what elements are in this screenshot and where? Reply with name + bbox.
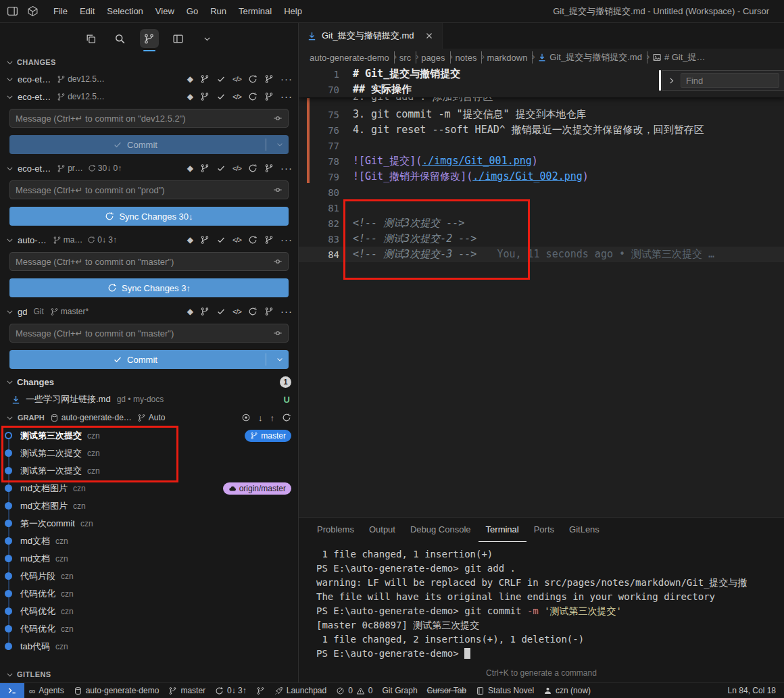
stash-icon[interactable]: ◆ — [187, 74, 193, 84]
commit-dropdown[interactable] — [271, 355, 289, 364]
commit-check-icon[interactable] — [216, 235, 226, 245]
menu-run[interactable]: Run — [204, 3, 232, 20]
refresh-icon[interactable] — [248, 92, 258, 101]
changed-file-row[interactable]: 一些学习网址链接.md gd • my-docs U — [0, 391, 298, 408]
status-launchpad[interactable]: Launchpad — [270, 683, 331, 698]
changes-section-header[interactable]: CHANGES — [0, 54, 298, 70]
menu-view[interactable]: View — [149, 3, 180, 20]
commit-row[interactable]: 测试第一次提交czn — [0, 462, 298, 480]
tab-ports[interactable]: Ports — [526, 518, 562, 542]
branch-label[interactable]: ma… — [53, 235, 83, 245]
breadcrumb-item[interactable]: src — [399, 53, 411, 63]
more-actions-icon[interactable]: ··· — [280, 164, 293, 173]
branch-label[interactable]: master* — [50, 307, 89, 316]
commit-button[interactable]: Commit — [9, 350, 289, 369]
branch-label[interactable]: dev12.5… — [57, 92, 105, 101]
more-actions-icon[interactable]: ··· — [280, 235, 293, 245]
menu-selection[interactable]: Selection — [101, 3, 149, 20]
commit-check-icon[interactable] — [216, 164, 226, 173]
chevron-down-icon[interactable] — [5, 75, 14, 84]
commit-button[interactable]: Commit — [9, 135, 289, 154]
more-actions-icon[interactable]: ··· — [280, 92, 293, 101]
graph-icon[interactable] — [264, 164, 274, 173]
commit-icon[interactable] — [273, 328, 283, 338]
pull-request-icon[interactable] — [200, 92, 210, 101]
open-changes-icon[interactable]: </> — [232, 164, 241, 172]
scm-repo-row[interactable]: eco-et… pr… 30↓ 0↑ ◆ </> ··· — [0, 158, 298, 177]
copy-files-icon[interactable] — [82, 29, 101, 48]
menu-help[interactable]: Help — [278, 3, 308, 20]
status-novel[interactable]: Status Novel — [471, 683, 539, 698]
layout-panels-icon[interactable] — [169, 29, 188, 48]
status-cursor-tab[interactable]: Cursor Tab — [422, 683, 471, 698]
pull-request-icon[interactable] — [200, 307, 210, 316]
status-git-graph[interactable]: Git Graph — [378, 683, 422, 698]
menu-terminal[interactable]: Terminal — [232, 3, 278, 20]
commit-row[interactable]: 代码片段czn — [0, 568, 298, 585]
tab-debug-console[interactable]: Debug Console — [403, 518, 479, 542]
commit-message-input[interactable]: Message (Ctrl+↵ to commit on "master") — [9, 252, 289, 271]
graph-section-header[interactable]: GRAPH auto-generate-de… Auto ↓ ↑ — [0, 408, 298, 427]
status-graph-icon-button[interactable] — [251, 683, 270, 698]
window-layout-icon[interactable] — [7, 5, 18, 17]
commit-message-input[interactable]: Message (Ctrl+↵ to commit on "dev12.5.2"… — [9, 109, 289, 128]
commit-message-input[interactable]: Message (Ctrl+↵ to commit on "master") — [9, 324, 289, 343]
image-link[interactable]: ./imgs/Git_001.png — [422, 155, 532, 167]
sync-changes-button[interactable]: Sync Changes 3↑ — [9, 278, 289, 297]
graph-icon[interactable] — [264, 235, 274, 245]
status-sync[interactable]: 0↓ 3↑ — [210, 683, 251, 698]
commit-row[interactable]: tab代码czn — [0, 638, 298, 655]
search-icon[interactable] — [111, 29, 130, 48]
commit-row[interactable]: 代码优化czn — [0, 620, 298, 638]
tab-output[interactable]: Output — [362, 518, 403, 542]
refresh-icon[interactable] — [248, 74, 258, 84]
breadcrumb-item[interactable]: notes — [456, 53, 477, 63]
breadcrumb-item-file[interactable]: Git_提交与撤销提交.md — [537, 51, 642, 64]
open-changes-icon[interactable]: </> — [232, 93, 241, 101]
pull-request-icon[interactable] — [200, 164, 210, 173]
breadcrumb-item-symbol[interactable]: # Git_提… — [652, 51, 706, 64]
scm-repo-row[interactable]: eco-et… dev12.5… ◆ </> ··· — [0, 70, 298, 88]
push-icon[interactable]: ↑ — [270, 413, 275, 423]
terminal[interactable]: 1 file changed, 1 insertion(+) PS E:\aut… — [316, 547, 780, 661]
sync-changes-button[interactable]: Sync Changes 30↓ — [9, 207, 289, 226]
more-actions-icon[interactable]: ··· — [280, 74, 293, 84]
gitlens-section-header[interactable]: GITLENS — [0, 666, 298, 682]
scm-repo-row[interactable]: eco-et… dev12.5… ◆ </> ··· — [0, 88, 298, 105]
pull-request-icon[interactable] — [200, 74, 210, 84]
chevron-down-icon[interactable] — [5, 236, 14, 245]
find-input[interactable]: Find — [681, 73, 779, 88]
commit-row[interactable]: 测试第二次提交czn — [0, 445, 298, 462]
pull-request-icon[interactable] — [200, 235, 210, 245]
commit-row[interactable]: 代码优化czn — [0, 585, 298, 603]
commit-check-icon[interactable] — [216, 74, 226, 84]
menu-go[interactable]: Go — [180, 3, 204, 20]
graph-branch-picker[interactable]: Auto — [137, 413, 166, 422]
breadcrumb-item[interactable]: markdown — [487, 53, 527, 63]
tab-terminal[interactable]: Terminal — [479, 518, 526, 542]
status-cursor-position[interactable]: Ln 84, Col 18 — [723, 683, 784, 698]
chevron-down-icon[interactable] — [5, 93, 14, 101]
open-changes-icon[interactable]: </> — [232, 236, 241, 244]
image-link[interactable]: ./imgs/Git_002.png — [472, 170, 583, 182]
open-changes-icon[interactable]: </> — [232, 75, 241, 83]
stash-icon[interactable]: ◆ — [187, 164, 193, 173]
chevron-down-icon[interactable] — [198, 29, 217, 48]
pull-icon[interactable]: ↓ — [258, 413, 263, 423]
target-icon[interactable] — [241, 413, 251, 422]
status-agents[interactable]: ∞Agents — [24, 683, 69, 698]
remote-indicator[interactable] — [0, 683, 24, 698]
refresh-icon[interactable] — [248, 235, 258, 245]
editor-tab[interactable]: Git_提交与撤销提交.md — [299, 23, 443, 49]
source-control-icon[interactable] — [140, 29, 159, 48]
commit-check-icon[interactable] — [216, 92, 226, 101]
open-changes-icon[interactable]: </> — [232, 307, 241, 316]
graph-repo-picker[interactable]: auto-generate-de… — [50, 413, 132, 422]
commit-message-input[interactable]: Message (Ctrl+↵ to commit on "prod") — [9, 180, 289, 199]
commit-icon[interactable] — [273, 114, 283, 123]
branch-label[interactable]: dev12.5… — [57, 74, 105, 84]
chevron-down-icon[interactable] — [5, 307, 14, 316]
refresh-icon[interactable] — [248, 164, 258, 173]
status-branch[interactable]: master — [164, 683, 210, 698]
close-icon[interactable] — [424, 31, 434, 41]
